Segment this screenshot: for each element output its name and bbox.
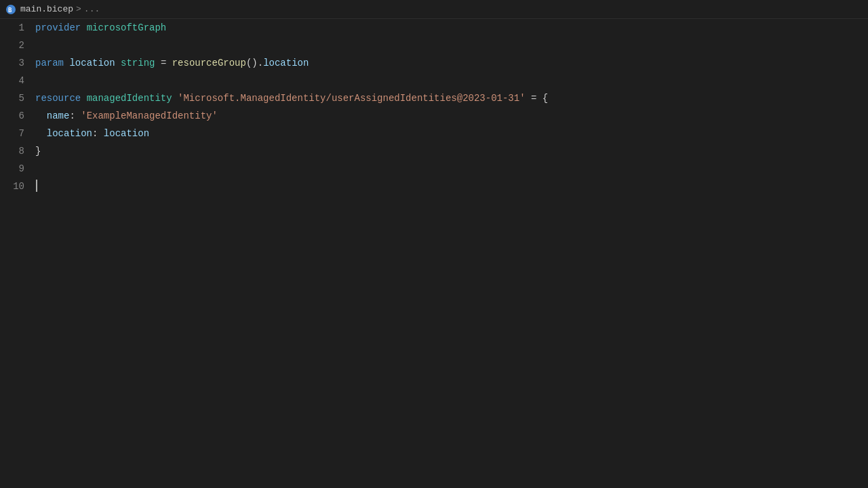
line-number-8: 8 [0, 142, 35, 160]
code-line-2: 2 [0, 37, 868, 54]
line-content-1: provider microsoftGraph [35, 19, 868, 37]
code-line-3: 3 param location string = resourceGroup(… [0, 54, 868, 72]
line-content-7: location: location [35, 125, 868, 142]
line-number-1: 1 [0, 19, 35, 37]
editor-area[interactable]: 1 provider microsoftGraph 2 3 param loca… [0, 19, 868, 488]
line-number-9: 9 [0, 160, 35, 178]
code-line-5: 5 resource managedIdentity 'Microsoft.Ma… [0, 89, 868, 107]
code-line-8: 8 } [0, 142, 868, 160]
line-content-6: name: 'ExampleManagedIdentity' [35, 107, 868, 125]
svg-text:B: B [8, 7, 12, 14]
bicep-icon: B [5, 4, 16, 15]
code-line-4: 4 [0, 72, 868, 89]
text-cursor [36, 180, 37, 192]
code-line-9: 9 [0, 160, 868, 178]
line-number-5: 5 [0, 89, 35, 107]
line-number-2: 2 [0, 37, 35, 54]
line-number-7: 7 [0, 125, 35, 142]
breadcrumb: main.bicep > ... [20, 4, 100, 14]
line-content-8: } [35, 142, 868, 160]
path-separator: > [76, 4, 81, 14]
code-line-10: 10 [0, 178, 868, 195]
code-line-6: 6 name: 'ExampleManagedIdentity' [0, 107, 868, 125]
line-number-3: 3 [0, 54, 35, 72]
line-content-3: param location string = resourceGroup().… [35, 54, 868, 72]
line-content-5: resource managedIdentity 'Microsoft.Mana… [35, 89, 868, 107]
line-number-4: 4 [0, 72, 35, 89]
breadcrumb-ellipsis: ... [84, 4, 100, 14]
line-content-10 [35, 178, 868, 195]
titlebar: B main.bicep > ... [0, 0, 868, 19]
line-number-10: 10 [0, 178, 35, 195]
line-number-6: 6 [0, 107, 35, 125]
code-line-7: 7 location: location [0, 125, 868, 142]
code-line-1: 1 provider microsoftGraph [0, 19, 868, 37]
filename-label: main.bicep [20, 4, 73, 14]
